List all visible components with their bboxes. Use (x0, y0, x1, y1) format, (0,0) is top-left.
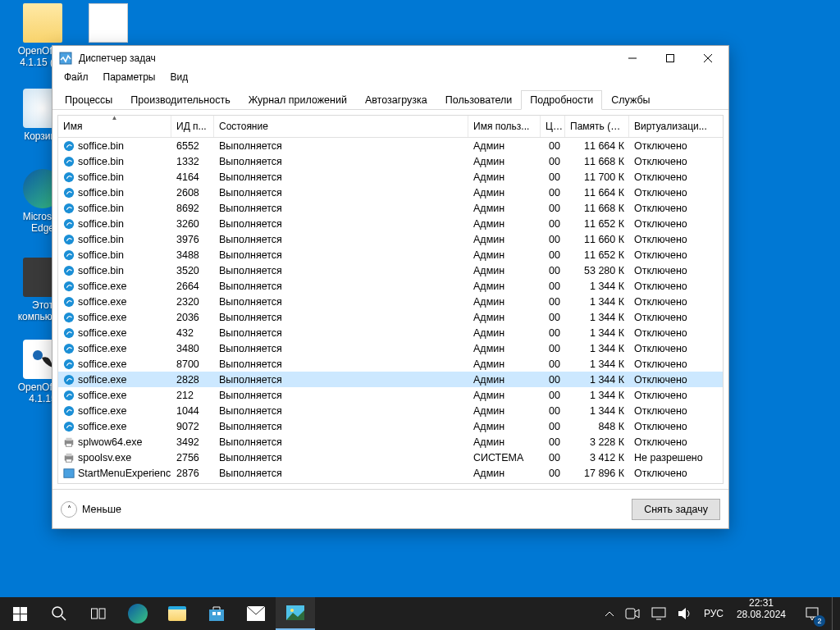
close-button[interactable] (689, 46, 727, 71)
svg-point-20 (64, 358, 74, 368)
tab-производительность[interactable]: Производительность (121, 90, 239, 110)
cell-user: Админ (468, 421, 541, 432)
tab-журнал приложений[interactable]: Журнал приложений (240, 90, 356, 110)
cell-pid: 8692 (171, 203, 214, 214)
svg-point-8 (64, 171, 74, 181)
column-cpu[interactable]: ЦП (541, 116, 565, 137)
fewer-details-button[interactable]: ˄ Меньше (61, 501, 121, 518)
cell-pid: 4164 (171, 171, 214, 183)
column-virtualization[interactable]: Виртуализаци... (629, 116, 723, 137)
table-row[interactable]: splwow64.exe3492ВыполняетсяАдмин003 228 … (58, 434, 723, 450)
maximize-button[interactable] (651, 46, 689, 71)
cell-memory: 3 412 К (565, 452, 629, 463)
cell-virtualization: Отключено (629, 218, 723, 230)
taskbar-edge[interactable] (118, 597, 158, 630)
column-state[interactable]: Состояние (214, 116, 468, 137)
cell-name: soffice.bin (58, 234, 171, 245)
cell-state: Выполняется (214, 421, 468, 432)
cell-pid: 3488 (171, 249, 214, 261)
svg-point-18 (64, 327, 74, 337)
cell-virtualization: Отключено (629, 374, 723, 386)
table-row[interactable]: soffice.bin6552ВыполняетсяАдмин0011 664 … (58, 138, 723, 153)
cell-cpu: 00 (541, 296, 565, 308)
table-row[interactable]: soffice.bin2608ВыполняетсяАдмин0011 664 … (58, 185, 723, 200)
cell-memory: 11 664 К (565, 140, 629, 152)
column-pid[interactable]: ИД п... (171, 116, 214, 137)
cell-pid: 1332 (171, 156, 214, 167)
table-row[interactable]: soffice.exe2664ВыполняетсяАдмин001 344 К… (58, 278, 723, 294)
cell-user: Админ (468, 140, 541, 152)
table-row[interactable]: soffice.bin3976ВыполняетсяАдмин0011 660 … (58, 231, 723, 247)
table-row[interactable]: soffice.bin1332ВыполняетсяАдмин0011 668 … (58, 153, 723, 169)
cell-pid: 8700 (171, 358, 214, 370)
minimize-button[interactable] (614, 46, 651, 71)
menu-view[interactable]: Вид (163, 71, 194, 87)
taskbar-file-explorer[interactable] (158, 597, 197, 630)
taskbar-photos[interactable] (276, 597, 315, 630)
table-row[interactable]: soffice.exe3480ВыполняетсяАдмин001 344 К… (58, 340, 723, 356)
table-row[interactable]: soffice.bin4164ВыполняетсяАдмин0011 700 … (58, 169, 723, 185)
svg-point-6 (64, 140, 74, 150)
desktop-icon-document[interactable] (77, 3, 139, 46)
photos-icon (286, 605, 304, 620)
cell-name: soffice.bin (58, 265, 171, 276)
cell-cpu: 00 (541, 327, 565, 339)
end-task-button[interactable]: Снять задачу (632, 499, 720, 520)
cell-user: Админ (468, 296, 541, 308)
show-desktop-button[interactable] (832, 597, 837, 630)
table-row[interactable]: soffice.exe432ВыполняетсяАдмин001 344 КО… (58, 325, 723, 340)
table-row[interactable]: soffice.bin3260ВыполняетсяАдмин0011 652 … (58, 216, 723, 231)
table-row[interactable]: soffice.exe2036ВыполняетсяАдмин001 344 К… (58, 309, 723, 325)
table-row[interactable]: soffice.exe212ВыполняетсяАдмин001 344 КО… (58, 387, 723, 403)
start-button[interactable] (0, 597, 39, 630)
cell-state: Выполняется (214, 390, 468, 401)
table-body[interactable]: soffice.bin6552ВыполняетсяАдмин0011 664 … (58, 138, 723, 483)
table-row[interactable]: svchost.exe4440ВыполняетсяАдмин001 256 К… (58, 481, 723, 483)
table-row[interactable]: soffice.exe1044ВыполняетсяАдмин001 344 К… (58, 403, 723, 418)
cell-pid: 2320 (171, 296, 214, 308)
cell-user: Админ (468, 374, 541, 386)
svg-rect-29 (66, 453, 72, 456)
search-button[interactable] (39, 597, 79, 630)
tray-overflow-button[interactable] (600, 597, 619, 630)
taskbar-mail[interactable] (236, 597, 276, 630)
table-row[interactable]: StartMenuExperienc...2876ВыполняетсяАдми… (58, 465, 723, 481)
cell-virtualization: Отключено (629, 281, 723, 292)
menu-options[interactable]: Параметры (97, 71, 162, 87)
tab-подробности[interactable]: Подробности (521, 90, 602, 110)
table-row[interactable]: spoolsv.exe2756ВыполняетсяСИСТЕМА003 412… (58, 450, 723, 465)
cell-state: Выполняется (214, 436, 468, 448)
table-row[interactable]: soffice.exe2828ВыполняетсяАдмин001 344 К… (58, 372, 723, 387)
cell-name: soffice.bin (58, 249, 171, 261)
tray-monitor[interactable] (646, 597, 671, 630)
tab-службы[interactable]: Службы (602, 90, 659, 110)
cell-virtualization: Отключено (629, 312, 723, 323)
table-row[interactable]: soffice.bin3520ВыполняетсяАдмин0053 280 … (58, 262, 723, 278)
svg-rect-31 (64, 468, 74, 477)
titlebar[interactable]: Диспетчер задач (52, 46, 728, 71)
table-row[interactable]: soffice.bin3488ВыполняетсяАдмин0011 652 … (58, 247, 723, 262)
menu-file[interactable]: Файл (57, 71, 95, 87)
column-user[interactable]: Имя польз... (468, 116, 541, 137)
cell-virtualization: Отключено (629, 156, 723, 167)
tab-пользователи[interactable]: Пользователи (436, 90, 522, 110)
tray-volume[interactable] (673, 597, 697, 630)
cell-state: Выполняется (214, 171, 468, 183)
tray-meet-now[interactable] (620, 597, 645, 630)
column-name[interactable]: Имя▲ (58, 116, 171, 137)
document-icon (89, 3, 128, 43)
tray-notifications[interactable]: 2 (794, 597, 830, 630)
tray-language[interactable]: РУС (699, 597, 728, 630)
table-row[interactable]: soffice.exe2320ВыполняетсяАдмин001 344 К… (58, 294, 723, 309)
column-memory[interactable]: Память (а... (565, 116, 629, 137)
table-row[interactable]: soffice.exe8700ВыполняетсяАдмин001 344 К… (58, 356, 723, 372)
table-row[interactable]: soffice.bin8692ВыполняетсяАдмин0011 668 … (58, 200, 723, 216)
task-view-button[interactable] (79, 597, 118, 630)
tray-clock[interactable]: 22:31 28.08.2024 (730, 597, 792, 630)
cell-name: soffice.exe (58, 390, 171, 401)
table-row[interactable]: soffice.exe9072ВыполняетсяАдмин00848 КОт… (58, 418, 723, 434)
tab-процессы[interactable]: Процессы (56, 90, 121, 110)
svg-rect-42 (99, 609, 105, 619)
tab-автозагрузка[interactable]: Автозагрузка (356, 90, 436, 110)
taskbar-store[interactable] (197, 597, 236, 630)
